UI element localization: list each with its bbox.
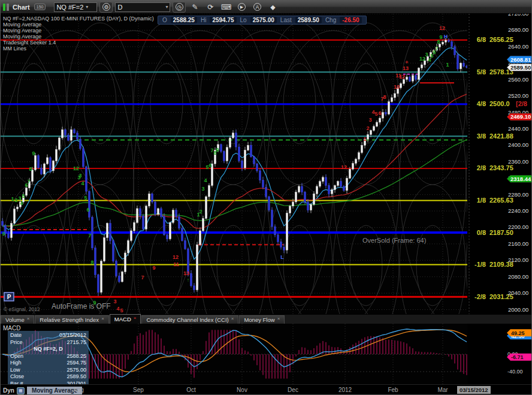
tab-money-flow[interactable]: Money Flow×: [239, 315, 285, 324]
data-window-row: High2594.75: [10, 360, 86, 367]
svg-text:9: 9: [32, 150, 35, 156]
svg-text:9: 9: [216, 147, 219, 153]
play-icon[interactable]: ▶: [235, 2, 248, 13]
svg-text:12: 12: [173, 254, 179, 260]
legend-line: Moving Average: [3, 22, 154, 28]
chart-window: { "toolbar": { "app_label": "Chart", "ba…: [0, 0, 532, 395]
month-label: Dec: [288, 387, 298, 393]
tab-relative-strength-index[interactable]: Relative Strength Index×: [35, 315, 108, 324]
svg-text:12: 12: [399, 74, 405, 80]
svg-text:2520.00: 2520.00: [508, 92, 528, 99]
data-window-row: Price2715.75: [10, 339, 86, 346]
symbol-search-button[interactable]: ⚙: [99, 2, 113, 13]
last-label: Last: [280, 17, 292, 23]
svg-text:6/8: 6/8: [477, 36, 486, 43]
svg-text:12: 12: [341, 164, 347, 170]
svg-text:2080.00: 2080.00: [508, 273, 528, 280]
time-axis[interactable]: Dyn ▦ Moving Average AugSepOctNovDec2012…: [1, 384, 532, 395]
svg-text:5: 5: [22, 193, 25, 199]
svg-text:2640.00: 2640.00: [508, 43, 528, 50]
svg-text:4: 4: [81, 180, 84, 186]
auto-icon[interactable]: A: [250, 2, 264, 13]
svg-text:2280.00: 2280.00: [508, 191, 528, 198]
interval-input[interactable]: D ▾: [115, 2, 170, 12]
quote-board-icon[interactable]: ⌨: [219, 2, 232, 13]
svg-text:4: 4: [204, 177, 207, 183]
svg-text:5: 5: [120, 307, 123, 313]
svg-text:5: 5: [374, 111, 377, 117]
svg-text:2720.00: 2720.00: [508, 14, 528, 17]
legend-title: NQ #F=2,NASDAQ 100 E-MINI FUTURES (DAY),…: [3, 16, 154, 22]
symbol-input[interactable]: NQ #F=2 ▾: [54, 2, 97, 12]
close-icon[interactable]: ×: [27, 316, 30, 321]
svg-text:6: 6: [208, 162, 211, 168]
svg-text:0/8: 0/8: [477, 229, 486, 236]
main-price-chart[interactable]: 9123456789123345678934579121113↑12345678…: [1, 14, 532, 314]
svg-text:1: 1: [446, 62, 449, 68]
svg-text:1/8: 1/8: [477, 197, 486, 204]
close-icon[interactable]: ×: [277, 316, 280, 321]
interval-value: D: [117, 4, 122, 11]
refresh-icon[interactable]: ⟳: [204, 2, 217, 13]
svg-text:2560.00: 2560.00: [508, 76, 528, 83]
svg-text:2400.00: 2400.00: [508, 141, 528, 148]
month-label: 2012: [338, 387, 352, 393]
svg-text:3: 3: [368, 117, 371, 123]
svg-text:4: 4: [116, 306, 119, 312]
draw-pencil-icon[interactable]: ✎: [188, 2, 201, 13]
open-value: 2588.25: [171, 17, 197, 23]
last-value: 2589.50: [295, 17, 322, 23]
svg-text:-2/8: -2/8: [474, 293, 486, 300]
data-window-row: NQ #F=2, D: [10, 346, 86, 353]
svg-text:2240.00: 2240.00: [508, 207, 528, 214]
svg-text:5: 5: [84, 195, 87, 201]
window-title: Chart: [13, 4, 30, 11]
legend-line: Moving Average: [3, 28, 154, 34]
svg-text:2: 2: [199, 209, 202, 215]
svg-text:7: 7: [435, 46, 438, 52]
close-icon[interactable]: ×: [231, 316, 234, 321]
close-icon[interactable]: ×: [101, 316, 104, 321]
svg-text:1: 1: [11, 196, 14, 202]
svg-text:9: 9: [152, 265, 155, 271]
svg-text:2500.0: 2500.0: [489, 100, 510, 107]
svg-text:-40.00: -40.00: [507, 369, 523, 375]
chevron-down-icon[interactable]: ▾: [86, 4, 88, 10]
month-label: Sep: [133, 387, 144, 393]
svg-text:8: 8: [383, 94, 386, 100]
data-window-row: Close2589.50: [10, 373, 86, 381]
svg-text:6: 6: [378, 110, 381, 116]
pane-icon[interactable]: ▦: [17, 387, 25, 394]
svg-text:3/8: 3/8: [477, 132, 486, 140]
close-icon[interactable]: ×: [134, 315, 137, 321]
svg-text:8: 8: [90, 260, 93, 266]
svg-text:2000.00: 2000.00: [508, 306, 528, 313]
svg-text:13: 13: [403, 65, 409, 71]
svg-text:2469.10: 2469.10: [510, 113, 531, 120]
symbol-value: NQ #F=2: [56, 4, 83, 11]
quote-bar: O 2588.25 Hi 2594.75 Lo 2575.00 Last 258…: [158, 16, 367, 25]
time-interval-button[interactable]: ◷: [173, 2, 186, 13]
tab-commodity-channel-index-cci-[interactable]: Commodity Channel Index (CCI)×: [141, 315, 238, 324]
month-label: Mar: [437, 387, 448, 393]
legend-line: Tradesight Seeker 1.4: [3, 40, 154, 46]
symbol-search-icon: ⚙: [102, 3, 110, 11]
high-value: 2594.75: [210, 17, 236, 23]
svg-text:6: 6: [86, 207, 89, 213]
chg-value: -26.50: [340, 17, 361, 23]
tab-volume[interactable]: Volume×: [1, 315, 34, 324]
chevron-down-icon[interactable]: ▾: [165, 4, 168, 10]
open-label: O: [162, 17, 167, 23]
svg-text:AutoFrame is OFF: AutoFrame is OFF: [52, 302, 111, 310]
month-label: Aug: [73, 387, 84, 393]
svg-text:3: 3: [113, 298, 116, 304]
svg-text:3: 3: [78, 173, 81, 179]
indicator-tabbar: Volume×Relative Strength Index×MACD×Comm…: [1, 314, 532, 324]
dyn-label: Dyn: [3, 387, 14, 394]
eraser-icon[interactable]: ⬥: [266, 2, 279, 13]
svg-text:2656.25: 2656.25: [489, 36, 513, 43]
svg-text:2/8: 2/8: [477, 164, 486, 171]
tab-macd[interactable]: MACD×: [110, 314, 141, 324]
svg-text:-1/8: -1/8: [474, 261, 486, 268]
svg-text:7: 7: [141, 275, 144, 281]
